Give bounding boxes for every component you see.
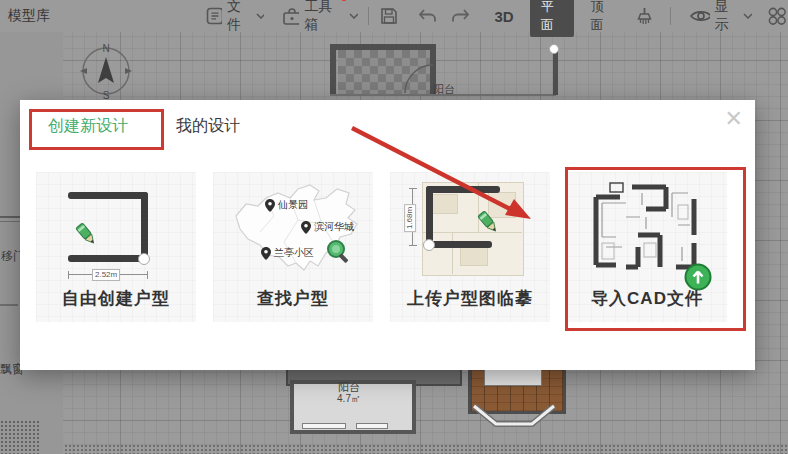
bg-wall (330, 44, 336, 96)
top-toolbar: 模型库 文件 工具箱 3D 平面 顶面 显示 (0, 0, 788, 32)
view-3d-button[interactable]: 3D (487, 5, 522, 28)
create-design-dialog: 创建新设计 我的设计 ✕ 2.52m 自由创建户型 仙景园 (20, 100, 755, 370)
location-pin-icon (261, 247, 271, 260)
card-title: 上传户型图临摹 (390, 287, 550, 310)
view-top-button[interactable]: 顶面 (582, 0, 621, 37)
faded-furniture (432, 194, 458, 214)
map-pin: 滨河华城 (301, 220, 354, 234)
card-title: 查找户型 (213, 287, 373, 310)
bg-wall (553, 50, 558, 95)
chevron-down-icon (256, 13, 265, 19)
pencil-icon (72, 220, 100, 248)
save-button[interactable] (379, 6, 399, 26)
tab-my-designs[interactable]: 我的设计 (176, 116, 240, 137)
file-icon (205, 6, 222, 26)
pin-label: 滨河华城 (314, 220, 354, 234)
bg-window (302, 423, 346, 429)
dimension-label: 1.68m (404, 204, 416, 232)
notification-dot (341, 0, 347, 1)
bg-top-room-label: 阳台 (433, 83, 455, 95)
compass-north: N (102, 43, 109, 54)
broom-icon (635, 6, 654, 27)
bg-window (356, 423, 388, 429)
map-pin: 兰亭小区 (261, 246, 314, 260)
toolbox-icon (282, 7, 299, 26)
location-pin-icon (265, 199, 275, 212)
card-free-create[interactable]: 2.52m 自由创建户型 (36, 172, 196, 322)
dimension-label: 2.52m (92, 269, 120, 281)
view-plan-button[interactable]: 平面 (530, 0, 575, 37)
eye-icon (689, 8, 710, 24)
redo-button[interactable] (449, 8, 471, 24)
bg-wall (330, 44, 436, 50)
pin-label: 兰亭小区 (274, 246, 314, 260)
card-title: 自由创建户型 (36, 287, 196, 310)
bg-window-sill (484, 369, 542, 386)
chevron-down-icon (349, 13, 358, 19)
clear-canvas-button[interactable] (635, 6, 654, 27)
wall-graphic (141, 192, 148, 262)
wall-node (423, 239, 435, 251)
pencil-icon (474, 208, 502, 236)
card-import-cad[interactable]: 导入CAD文件 (567, 172, 727, 322)
undo-button[interactable] (417, 8, 439, 24)
bg-wall-node (549, 44, 559, 54)
wall-graphic (426, 186, 500, 193)
tab-create-new-design[interactable]: 创建新设计 (48, 116, 128, 137)
room-name: 阳台 (290, 381, 408, 393)
wall-node (138, 253, 150, 265)
file-label: 文件 (227, 0, 251, 34)
wall-graphic (426, 241, 492, 248)
wall-graphic (68, 255, 148, 262)
undo-icon (417, 8, 439, 24)
catalog-item-icon[interactable] (0, 216, 20, 218)
redo-icon (449, 8, 471, 24)
catalog-item-icon[interactable] (0, 221, 20, 222)
bg-door-arc (404, 64, 434, 94)
search-magnifier-icon (325, 238, 353, 266)
toolbox-menu[interactable]: 工具箱 (282, 0, 357, 34)
catalog-item-door[interactable]: 移门 (1, 248, 21, 265)
close-icon[interactable]: ✕ (725, 106, 743, 132)
map-pin: 仙景园 (265, 198, 308, 212)
bg-bottom-room-label: 阳台 4.7㎡ (290, 381, 408, 405)
card-title: 导入CAD文件 (567, 287, 727, 310)
toolbar-divider (670, 7, 671, 25)
save-icon (379, 6, 399, 26)
display-label: 显示 (715, 0, 739, 34)
model-library-button[interactable]: 模型库 (8, 7, 50, 25)
chevron-down-icon (743, 13, 752, 19)
room-area: 4.7㎡ (290, 393, 408, 405)
catalog-divider (0, 304, 18, 306)
faded-plan-line (422, 232, 522, 233)
file-menu[interactable]: 文件 (205, 0, 264, 34)
wall-graphic (68, 192, 148, 199)
apps-grid-icon (766, 5, 788, 27)
card-upload-trace[interactable]: 1.68m 上传户型图临摹 (390, 172, 550, 322)
app-canvas: 阳台 阳台 4.7㎡ N S 移门 飘窗 模型库 文件 (0, 0, 788, 454)
location-pin-icon (301, 221, 311, 234)
toolbar-divider (368, 7, 369, 25)
card-find-plan[interactable]: 仙景园 滨河华城 兰亭小区 查找户型 (213, 172, 373, 322)
pin-label: 仙景园 (278, 198, 308, 212)
bg-bay-window (466, 404, 562, 432)
compass-icon: N S (74, 38, 138, 102)
toolbox-label: 工具箱 (304, 0, 340, 34)
faded-plan-line (452, 232, 453, 274)
apps-button[interactable] (766, 5, 788, 27)
display-menu[interactable]: 显示 (689, 0, 752, 34)
catalog-thumbnail[interactable] (0, 420, 40, 454)
bg-texture-strip (0, 444, 788, 454)
